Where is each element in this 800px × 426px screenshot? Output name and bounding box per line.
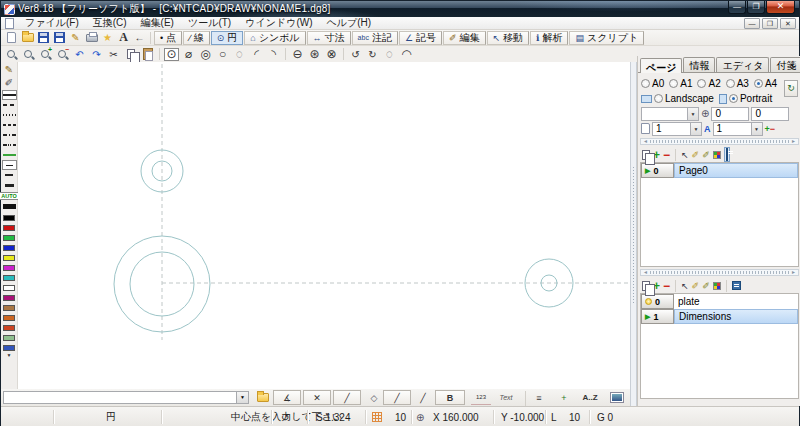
color-swatch-brown[interactable] — [3, 305, 15, 311]
page-row-button[interactable]: ▶0 — [641, 163, 674, 178]
linewidth-thin[interactable] — [2, 160, 17, 170]
menu-file[interactable]: ファイル(F) — [18, 17, 86, 29]
snap-midpoint-button[interactable]: ╱ — [383, 390, 411, 405]
highlight-page-icon[interactable]: ✐ — [702, 150, 710, 160]
remove-layer-button[interactable]: − — [663, 281, 670, 291]
tab-page[interactable]: ページ — [640, 58, 682, 73]
radio-portrait[interactable] — [729, 94, 738, 103]
linewidth-thick[interactable] — [2, 180, 17, 190]
snap-folder-icon[interactable] — [255, 390, 271, 405]
circle-center-icon[interactable]: ⊙ — [164, 48, 179, 61]
panel-splitter[interactable] — [630, 62, 637, 406]
color-swatch-yellow[interactable] — [3, 255, 15, 261]
circle-trim-icon[interactable]: ⊗ — [324, 48, 339, 61]
color-swatch-green[interactable] — [3, 235, 15, 241]
snap-free-button[interactable]: ∡ — [273, 390, 301, 405]
sort-az-icon[interactable]: A..Z — [577, 390, 603, 405]
color-swatch-blue[interactable] — [3, 245, 15, 251]
page-row-name[interactable]: Page0 — [674, 163, 798, 178]
radio-a1[interactable] — [669, 79, 678, 88]
menu-edit[interactable]: 編集(E) — [134, 17, 181, 29]
zoom-region-icon[interactable] — [4, 48, 19, 61]
copy-icon[interactable] — [123, 48, 138, 61]
text-annotation-icon[interactable]: Text — [495, 390, 517, 405]
layer-color-icon[interactable] — [713, 282, 721, 290]
edit-tool-button[interactable]: ✐編集 — [443, 31, 486, 45]
child-close-button[interactable]: ✕ — [780, 18, 796, 29]
refresh-page-button[interactable]: ↻ — [784, 80, 798, 97]
insert-point-icon[interactable]: + — [557, 390, 571, 405]
open-file-icon[interactable] — [20, 31, 35, 44]
circle-rotate-right-icon[interactable]: ↻ — [365, 48, 380, 61]
drawing-canvas[interactable] — [18, 62, 630, 389]
add-remove-icon[interactable]: +− — [765, 123, 776, 134]
visibility-bulb-icon[interactable] — [645, 298, 652, 305]
color-swatch-darkorange[interactable] — [3, 315, 15, 321]
arc-icon[interactable]: ◜ — [249, 48, 264, 61]
margin-combobox[interactable]: ▼ — [641, 107, 699, 121]
align-icon[interactable]: ≡ — [531, 390, 547, 405]
copy-page-icon[interactable] — [642, 150, 650, 160]
child-restore-button[interactable]: ❐ — [762, 18, 778, 29]
layer-number-combobox[interactable]: 1▼ — [713, 122, 763, 136]
child-minimize-button[interactable]: — — [744, 18, 760, 29]
circle-tool-button[interactable]: ⊙円 — [211, 31, 244, 45]
offset-x-field[interactable] — [711, 107, 749, 121]
snap-endpoint-button[interactable]: ╱ — [333, 390, 361, 405]
text-tool-icon[interactable]: A — [116, 31, 131, 44]
radio-a0[interactable] — [641, 79, 650, 88]
color-swatch-black[interactable] — [3, 215, 15, 221]
circle-select-icon[interactable]: ◌ — [382, 48, 397, 61]
rotate-icon[interactable]: ↺ — [281, 407, 289, 426]
cut-icon[interactable]: ✂ — [106, 48, 121, 61]
linestyle-dash[interactable] — [2, 100, 17, 110]
layers-splitter[interactable]: ◄► — [640, 269, 799, 276]
linewidth-auto-button[interactable]: AUTO — [0, 192, 19, 200]
arc-direction-icon[interactable]: ◠ — [399, 48, 414, 61]
line-tool-button[interactable]: ∕線 — [183, 31, 210, 45]
circle-rotate-left-icon[interactable]: ↺ — [348, 48, 363, 61]
tab-editor[interactable]: エディタ — [716, 57, 769, 72]
number-tool-icon[interactable]: 123 — [471, 390, 491, 405]
origin-move-icon[interactable]: ⊕ — [701, 108, 709, 119]
zoom-out-icon[interactable]: − — [55, 48, 70, 61]
mark-tool-button[interactable]: ∠記号 — [399, 31, 442, 45]
radio-landscape[interactable] — [654, 94, 663, 103]
point-tool-button[interactable]: •点 — [154, 31, 182, 45]
color-swatch-orange[interactable] — [3, 325, 15, 331]
page-detail-toggle[interactable] — [724, 147, 730, 162]
ellipse-axis-icon[interactable]: ⊖ — [290, 48, 305, 61]
linewidth-medium[interactable] — [2, 170, 17, 180]
save-as-icon[interactable] — [52, 31, 67, 44]
pages-splitter[interactable]: ◄► — [640, 138, 799, 145]
color-swatch-white[interactable] — [3, 285, 15, 291]
move-tool-button[interactable]: ↖移動 — [487, 31, 530, 45]
circle-tangent-icon[interactable]: ◎ — [198, 48, 213, 61]
minimize-button[interactable]: — — [728, 1, 746, 14]
crosshair-icon[interactable]: ⊕ — [416, 407, 424, 426]
rename-page-icon[interactable]: ✐ — [692, 150, 700, 160]
ellipse-icon[interactable]: ⌀ — [181, 48, 196, 61]
linestyle-dash2[interactable] — [2, 120, 17, 130]
snap-online-icon[interactable]: ╱ — [417, 390, 429, 405]
snap-grid-icon[interactable]: ◇ — [367, 390, 381, 405]
rename-layer-icon[interactable]: ✐ — [692, 281, 700, 291]
color-swatch-palegreen[interactable] — [3, 335, 15, 341]
text-style-icon[interactable]: A — [704, 124, 711, 134]
radio-a3[interactable] — [726, 79, 735, 88]
circle-2point-icon[interactable]: ○ — [215, 48, 230, 61]
menu-window[interactable]: ウインドウ(W) — [238, 17, 319, 29]
color-swatch-mediumblue[interactable] — [3, 345, 15, 351]
image-tool-icon[interactable] — [609, 390, 625, 405]
arc-continue-icon[interactable]: ◝ — [266, 48, 281, 61]
redo-icon[interactable]: ↷ — [89, 48, 104, 61]
close-button[interactable]: ✕ — [766, 1, 795, 14]
page-color-icon[interactable] — [713, 151, 721, 159]
undo-icon[interactable]: ↶ — [72, 48, 87, 61]
menu-tools[interactable]: ツール(T) — [181, 17, 238, 29]
symbol-tool-button[interactable]: ⌂シンボル — [244, 31, 305, 45]
color-swatch-magenta[interactable] — [3, 265, 15, 271]
snap-intersection-button[interactable]: ✕ — [303, 390, 331, 405]
linestyle-dot[interactable] — [2, 110, 17, 120]
dimension-tool-button[interactable]: ↔寸法 — [307, 31, 351, 45]
